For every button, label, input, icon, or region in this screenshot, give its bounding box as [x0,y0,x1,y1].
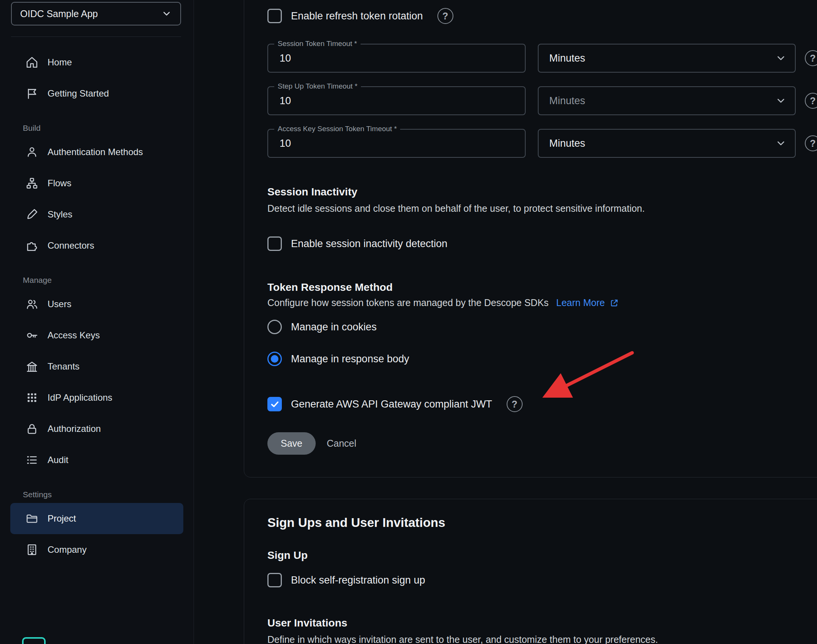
sidebar-section-settings: Settings [0,486,194,503]
field-value: 10 [280,87,291,114]
refresh-token-rotation-row: Enable refresh token rotation [267,8,453,24]
brush-icon [25,208,38,221]
sidebar-item-connectors[interactable]: Connectors [10,230,183,261]
sign-ups-title: Sign Ups and User Invitations [267,516,445,530]
sidebar-item-label: Company [48,544,87,555]
sidebar-item-project[interactable]: Project [10,503,183,534]
help-icon[interactable] [507,396,523,412]
annotation-arrow [529,342,643,407]
access-key-session-token-timeout-input[interactable]: Access Key Session Token Timeout * 10 [267,129,526,158]
session-inactivity-row: Enable session inactivity detection [267,236,447,251]
sidebar-item-label: Home [48,57,72,68]
session-token-timeout-input[interactable]: Session Token Timeout * 10 [267,44,526,73]
access-key-session-token-timeout-unit-select[interactable]: Minutes [538,129,796,158]
cancel-button[interactable]: Cancel [327,438,356,449]
user-invitations-title: User Invitations [267,617,347,629]
aws-jwt-checkbox[interactable] [267,397,282,411]
manage-in-response-body-radio[interactable] [267,352,282,366]
user-invitations-description: Define in which ways invitation are sent… [267,634,658,644]
chevron-down-icon [775,138,787,149]
manage-in-response-body-label: Manage in response body [291,353,409,365]
session-token-timeout-unit-select[interactable]: Minutes [538,44,796,73]
form-actions-row: Save Cancel [267,432,356,455]
key-icon [25,329,38,342]
project-selector-dropdown[interactable]: OIDC Sample App [11,2,181,25]
block-self-registration-label: Block self-registration sign up [291,574,425,586]
sidebar-section-manage: Manage [0,272,194,289]
field-value: 10 [280,130,291,157]
learn-more-link[interactable]: Learn More [556,297,619,308]
sidebar-item-flows[interactable]: Flows [10,168,183,199]
sidebar-item-label: Project [48,513,76,524]
sidebar-item-authorization[interactable]: Authorization [10,413,183,444]
session-inactivity-checkbox-label: Enable session inactivity detection [291,238,447,250]
sidebar-item-label: Authentication Methods [48,147,143,157]
sidebar-item-label: IdP Applications [48,392,112,403]
session-inactivity-checkbox[interactable] [267,236,282,251]
sidebar-item-label: Audit [48,455,68,465]
folder-icon [25,512,38,525]
select-value: Minutes [549,95,585,107]
sidebar-nav: Home Getting Started Build Authenticatio… [0,37,194,565]
sidebar-item-label: Getting Started [48,88,109,99]
sidebar-item-audit[interactable]: Audit [10,444,183,476]
manage-in-response-body-row: Manage in response body [267,352,409,366]
flows-icon [25,177,38,190]
block-self-registration-row: Block self-registration sign up [267,573,425,587]
chevron-down-icon [161,8,172,19]
check-icon [270,399,280,409]
token-response-method-title: Token Response Method [267,281,393,293]
token-response-method-description: Configure how session tokens are managed… [267,297,548,308]
sidebar-item-label: Users [48,299,72,309]
flag-icon [25,87,38,100]
sidebar-item-idp-applications[interactable]: IdP Applications [10,382,183,413]
step-up-token-timeout-unit-select[interactable]: Minutes [538,86,796,115]
home-icon [25,56,38,69]
help-widget-stub[interactable] [22,637,46,644]
sidebar: OIDC Sample App Home Getting Started Bui… [0,0,194,644]
authentication-methods-icon [25,146,38,159]
aws-jwt-label: Generate AWS API Gateway compliant JWT [291,398,492,410]
sidebar-item-label: Flows [48,178,72,189]
external-link-icon [609,298,619,308]
puzzle-icon [25,239,38,252]
sidebar-item-label: Access Keys [48,330,100,341]
manage-in-cookies-row: Manage in cookies [267,320,377,334]
field-label: Access Key Session Token Timeout * [274,125,400,133]
console-screen: OIDC Sample App Home Getting Started Bui… [0,0,817,644]
session-inactivity-description: Detect idle sessions and close them on b… [267,203,645,214]
aws-jwt-row: Generate AWS API Gateway compliant JWT [267,396,523,412]
manage-in-cookies-label: Manage in cookies [291,321,377,333]
sidebar-item-label: Connectors [48,240,94,251]
sidebar-item-access-keys[interactable]: Access Keys [10,320,183,351]
sidebar-item-getting-started[interactable]: Getting Started [10,78,183,109]
chevron-down-icon [775,52,787,64]
field-value: 10 [280,44,291,72]
manage-in-cookies-radio[interactable] [267,320,282,334]
learn-more-label: Learn More [556,297,605,308]
tenants-icon [25,360,38,373]
project-selector-label: OIDC Sample App [20,8,98,19]
grid-icon [25,391,38,404]
office-building-icon [25,543,38,556]
sidebar-item-label: Tenants [48,361,79,372]
sidebar-item-styles[interactable]: Styles [10,199,183,230]
users-icon [25,298,38,311]
sidebar-item-home[interactable]: Home [10,47,183,78]
token-response-method-description-row: Configure how session tokens are managed… [267,297,619,308]
refresh-token-rotation-label: Enable refresh token rotation [291,10,423,22]
radio-dot [271,355,278,363]
block-self-registration-checkbox[interactable] [267,573,282,587]
sidebar-item-authentication-methods[interactable]: Authentication Methods [10,136,183,168]
sidebar-item-users[interactable]: Users [10,289,183,320]
sidebar-item-tenants[interactable]: Tenants [10,351,183,382]
list-icon [25,454,38,466]
refresh-token-rotation-checkbox[interactable] [267,9,282,23]
step-up-token-timeout-input[interactable]: Step Up Token Timeout * 10 [267,86,526,115]
chevron-down-icon [775,95,787,106]
sidebar-item-company[interactable]: Company [10,534,183,565]
sign-up-subtitle: Sign Up [267,549,308,562]
sidebar-item-label: Authorization [48,424,101,434]
help-icon[interactable] [437,8,453,24]
save-button[interactable]: Save [267,432,316,455]
